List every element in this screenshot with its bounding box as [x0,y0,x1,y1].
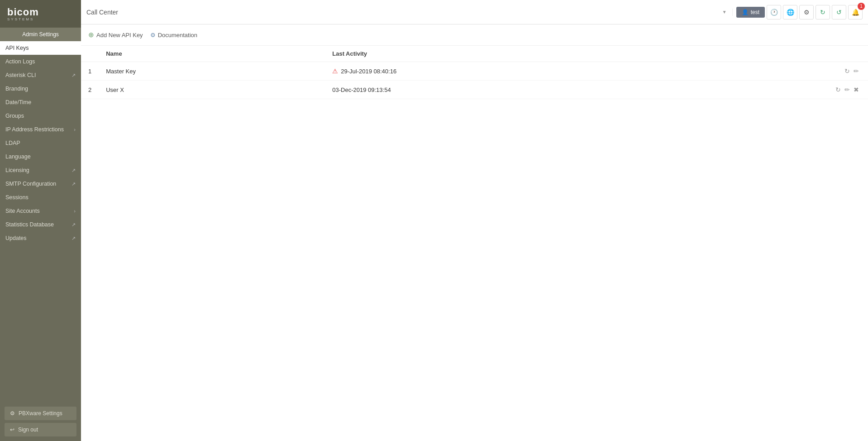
sidebar-item-label-updates: Updates [5,235,70,241]
globe-button[interactable]: 🌐 [783,5,797,19]
sidebar-item-ip-address-restrictions[interactable]: IP Address Restrictions› [0,123,81,136]
sidebar-item-label-action-logs: Action Logs [5,58,76,65]
topbar: Call Center ▼ 👤 test 🕐 🌐 ⚙ ↻ ↺ [81,0,868,24]
pbxware-settings-button[interactable]: ⚙ PBXware Settings [5,407,76,420]
refresh-button-1[interactable]: ↻ [816,5,830,19]
main: Call Center ▼ 👤 test 🕐 🌐 ⚙ ↻ ↺ [81,0,868,441]
refresh-button-2[interactable]: ↺ [832,5,846,19]
table-body: 1Master Key⚠29-Jul-2019 08:40:16↻✏2User … [81,62,868,99]
logo-sub: SYSTEMS [7,17,74,21]
logo-area: bicom SYSTEMS [0,0,81,28]
sidebar-item-date-time[interactable]: Date/Time [0,96,81,109]
chevron-right-icon: › [74,127,76,132]
sidebar-item-smtp-configuration[interactable]: SMTP Configuration↗ [0,177,81,191]
sidebar-item-updates[interactable]: Updates↗ [0,231,81,245]
chevron-right-icon: › [74,208,76,214]
call-center-select[interactable]: Call Center [86,9,722,16]
external-link-icon: ↗ [72,72,76,78]
row-actions: ↻✏✖ [680,81,868,99]
api-keys-table: Name Last Activity 1Master Key⚠29-Jul-20… [81,46,868,99]
row-edit-button[interactable]: ✏ [843,85,852,94]
sidebar-item-site-accounts[interactable]: Site Accounts› [0,204,81,218]
sidebar-item-label-ip-address-restrictions: IP Address Restrictions [5,126,72,133]
notification-wrapper: 🔔 1 [848,5,863,19]
refresh-icon-2: ↺ [836,9,842,16]
alert-icon: ⚠ [332,67,338,75]
sidebar-item-label-smtp-configuration: SMTP Configuration [5,181,70,187]
content-area: ⊕ Add New API Key ⚙ Documentation Name L… [81,24,868,441]
toolbar: ⊕ Add New API Key ⚙ Documentation [81,24,868,46]
sidebar-item-api-keys[interactable]: API Keys [0,41,81,55]
row-number: 2 [81,81,99,99]
gear-icon: ⚙ [10,410,15,417]
external-link-icon: ↗ [72,235,76,241]
table-row: 2User X03-Dec-2019 09:13:54↻✏✖ [81,81,868,99]
add-api-key-label: Add New API Key [96,32,143,38]
admin-settings-button[interactable]: Admin Settings [0,28,81,41]
sidebar-item-label-api-keys: API Keys [5,45,76,51]
sidebar-item-label-groups: Groups [5,113,76,119]
sidebar-item-label-site-accounts: Site Accounts [5,208,72,214]
sidebar-item-label-asterisk-cli: Asterisk CLI [5,72,70,78]
sidebar-footer: ⚙ PBXware Settings ↩ Sign out [0,402,81,441]
nav-menu: API KeysAction LogsAsterisk CLI↗Branding… [0,41,81,402]
sidebar-item-language[interactable]: Language [0,150,81,163]
row-name: User X [99,81,325,99]
table-header: Name Last Activity [81,46,868,62]
row-refresh-button[interactable]: ↻ [843,67,852,76]
col-activity-header: Last Activity [325,46,680,62]
row-refresh-button[interactable]: ↻ [834,85,843,94]
sidebar-item-branding[interactable]: Branding [0,82,81,96]
settings-icon: ⚙ [804,9,810,16]
table-row: 1Master Key⚠29-Jul-2019 08:40:16↻✏ [81,62,868,81]
sidebar-item-label-licensing: Licensing [5,167,70,173]
documentation-button[interactable]: ⚙ Documentation [150,32,197,38]
sidebar: bicom SYSTEMS Admin Settings API KeysAct… [0,0,81,441]
logo: bicom [7,6,74,18]
col-num-header [81,46,99,62]
signout-icon: ↩ [10,427,14,433]
sidebar-item-label-statistics-database: Statistics Database [5,221,70,228]
row-last-activity: ⚠29-Jul-2019 08:40:16 [325,62,680,81]
row-name: Master Key [99,62,325,81]
documentation-label: Documentation [158,32,197,38]
sidebar-item-statistics-database[interactable]: Statistics Database↗ [0,218,81,231]
topbar-right: 👤 test 🕐 🌐 ⚙ ↻ ↺ 🔔 1 [736,5,863,19]
row-number: 1 [81,62,99,81]
globe-icon: 🌐 [787,9,794,16]
external-link-icon: ↗ [72,168,76,173]
row-last-activity: 03-Dec-2019 09:13:54 [325,81,680,99]
add-api-key-button[interactable]: ⊕ Add New API Key [88,31,143,39]
pbxware-settings-label: PBXware Settings [19,410,62,417]
refresh-icon-1: ↻ [820,9,825,16]
sidebar-item-licensing[interactable]: Licensing↗ [0,163,81,177]
sidebar-item-sessions[interactable]: Sessions [0,191,81,204]
username-label: test [751,9,759,15]
settings-button[interactable]: ⚙ [799,5,814,19]
sidebar-item-label-branding: Branding [5,86,76,92]
clock-icon: 🕐 [770,9,778,16]
notification-badge: 1 [858,3,865,10]
user-button[interactable]: 👤 test [736,7,765,18]
plus-icon: ⊕ [88,31,94,39]
sidebar-item-label-ldap: LDAP [5,140,76,146]
sidebar-item-groups[interactable]: Groups [0,109,81,123]
row-edit-button[interactable]: ✏ [852,67,861,76]
row-delete-button[interactable]: ✖ [852,85,861,94]
col-actions-header [680,46,868,62]
sidebar-item-asterisk-cli[interactable]: Asterisk CLI↗ [0,68,81,82]
sign-out-button[interactable]: ↩ Sign out [5,423,76,436]
sidebar-item-label-language: Language [5,153,76,160]
row-actions: ↻✏ [680,62,868,81]
sign-out-label: Sign out [18,427,38,433]
sidebar-item-label-sessions: Sessions [5,194,76,201]
sidebar-item-label-date-time: Date/Time [5,99,76,105]
sidebar-item-ldap[interactable]: LDAP [0,136,81,150]
external-link-icon: ↗ [72,222,76,228]
call-center-select-wrapper: Call Center ▼ [86,9,733,16]
sidebar-item-action-logs[interactable]: Action Logs [0,55,81,68]
doc-icon: ⚙ [150,32,156,38]
chevron-down-icon: ▼ [722,10,727,14]
clock-button[interactable]: 🕐 [767,5,781,19]
user-icon: 👤 [742,9,749,15]
